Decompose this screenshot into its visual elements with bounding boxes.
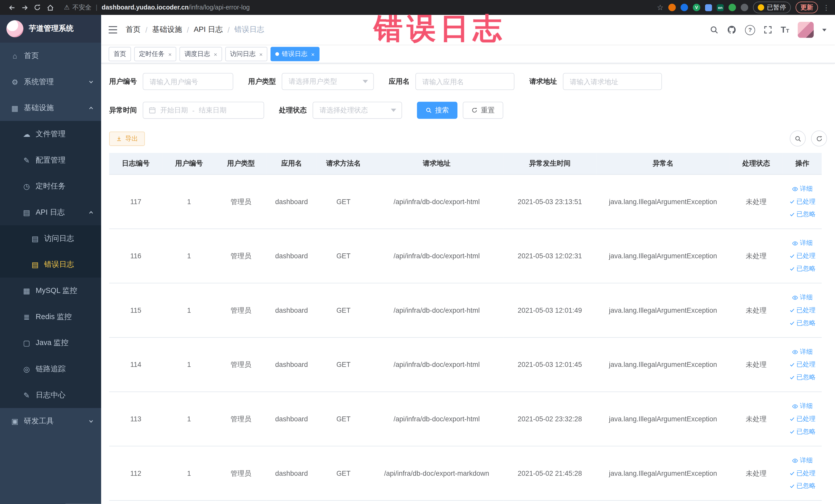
font-size-icon[interactable]: TT bbox=[781, 25, 789, 35]
breadcrumb-separator: / bbox=[187, 26, 189, 34]
sidebar-item-java-monitor[interactable]: ▢ Java 监控 bbox=[0, 330, 101, 356]
close-icon[interactable]: × bbox=[311, 51, 314, 57]
mark-ignored-link[interactable]: 已忽略 bbox=[789, 481, 816, 490]
sidebar-item-api-log[interactable]: ▤ API 日志 bbox=[0, 199, 101, 225]
sidebar-item-log-center[interactable]: ✎ 日志中心 bbox=[0, 382, 101, 408]
sidebar-item-link-tracing[interactable]: ◎ 链路追踪 bbox=[0, 356, 101, 382]
sidebar-item-redis-monitor[interactable]: ≣ Redis 监控 bbox=[0, 304, 101, 330]
search-button[interactable]: 搜索 bbox=[417, 102, 457, 119]
date-range-picker[interactable]: 开始日期 - 结束日期 bbox=[143, 102, 264, 119]
app-name-input[interactable] bbox=[415, 73, 514, 90]
chevron-up-icon bbox=[88, 209, 94, 215]
col-header: 操作 bbox=[783, 153, 822, 174]
app-logo[interactable]: 芋道管理系统 bbox=[0, 15, 101, 43]
sidebar-toggle-icon[interactable] bbox=[108, 26, 117, 34]
update-chip[interactable]: 更新 bbox=[795, 2, 818, 13]
request-url-input[interactable] bbox=[563, 73, 662, 90]
sidebar-item-dev-tools[interactable]: ▣ 研发工具 bbox=[0, 408, 101, 434]
browser-reload-icon[interactable] bbox=[31, 1, 44, 14]
infrastructure-submenu: ☁ 文件管理 ✎ 配置管理 ◷ 定时任务 ▤ API 日志 bbox=[0, 121, 101, 408]
user-id-input[interactable] bbox=[143, 73, 233, 90]
detail-link[interactable]: 详细 bbox=[792, 347, 813, 356]
mark-processed-link[interactable]: 已处理 bbox=[789, 251, 816, 260]
close-icon[interactable]: × bbox=[214, 51, 217, 57]
browser-menu-icon[interactable]: ⋮ bbox=[823, 3, 830, 11]
sidebar-item-mysql-monitor[interactable]: ▦ MySQL 监控 bbox=[0, 278, 101, 304]
extension-icon[interactable] bbox=[741, 4, 748, 11]
paused-chip[interactable]: 已暂停 bbox=[753, 2, 791, 13]
user-type-select[interactable]: 请选择用户类型 bbox=[282, 73, 374, 90]
top-navbar: 首页 / 基础设施 / API 日志 / 错误日志 ? bbox=[101, 15, 835, 45]
refresh-button[interactable] bbox=[811, 130, 827, 146]
table-toolbar: 导出 bbox=[109, 130, 827, 146]
sidebar-item-system-management[interactable]: ⚙ 系统管理 bbox=[0, 69, 101, 95]
user-avatar[interactable] bbox=[798, 22, 814, 38]
help-icon[interactable]: ? bbox=[745, 25, 755, 35]
detail-link[interactable]: 详细 bbox=[792, 402, 813, 410]
access-log-icon: ▤ bbox=[31, 234, 39, 243]
mark-ignored-link[interactable]: 已忽略 bbox=[789, 264, 816, 273]
mark-ignored-link[interactable]: 已忽略 bbox=[789, 427, 816, 436]
breadcrumb-item[interactable]: API 日志 bbox=[194, 25, 223, 35]
not-secure-badge[interactable]: ⚠ 不安全 bbox=[64, 3, 91, 12]
sidebar-item-file-management[interactable]: ☁ 文件管理 bbox=[0, 121, 101, 147]
sidebar-item-config-management[interactable]: ✎ 配置管理 bbox=[0, 147, 101, 173]
mark-processed-link[interactable]: 已处理 bbox=[789, 197, 816, 206]
breadcrumb-item[interactable]: 基础设施 bbox=[152, 25, 182, 35]
sidebar-item-home[interactable]: ⌂ 首页 bbox=[0, 43, 101, 69]
mark-processed-link[interactable]: 已处理 bbox=[789, 469, 816, 478]
mark-ignored-link[interactable]: 已忽略 bbox=[789, 210, 816, 219]
sidebar-item-access-log[interactable]: ▤ 访问日志 bbox=[0, 225, 101, 251]
extension-icon[interactable] bbox=[680, 4, 688, 11]
search-toggle-button[interactable] bbox=[790, 130, 806, 146]
sidebar: 芋道管理系统 ⌂ 首页 ⚙ 系统管理 ▦ 基础设施 bbox=[0, 15, 101, 504]
mark-processed-link[interactable]: 已处理 bbox=[789, 306, 816, 315]
detail-link[interactable]: 详细 bbox=[792, 184, 813, 193]
browser-chrome: ⚠ 不安全 | dashboard.yudao.iocoder.cn/infra… bbox=[0, 0, 835, 15]
extension-icon[interactable]: V bbox=[693, 4, 700, 11]
tab-schedule-log[interactable]: 调度日志 × bbox=[180, 47, 222, 61]
sidebar-item-scheduled-tasks[interactable]: ◷ 定时任务 bbox=[0, 173, 101, 199]
github-icon[interactable] bbox=[727, 25, 736, 35]
timer-icon: ◷ bbox=[22, 182, 31, 190]
extension-icon[interactable] bbox=[668, 4, 676, 11]
mark-ignored-link[interactable]: 已忽略 bbox=[789, 319, 816, 328]
trace-icon: ◎ bbox=[22, 365, 31, 373]
bookmark-star-icon[interactable]: ☆ bbox=[657, 3, 664, 12]
close-icon[interactable]: × bbox=[168, 51, 172, 57]
mark-processed-link[interactable]: 已处理 bbox=[789, 415, 816, 423]
active-dot-icon bbox=[276, 52, 279, 56]
extension-icon[interactable] bbox=[729, 4, 736, 11]
mark-processed-link[interactable]: 已处理 bbox=[789, 360, 816, 369]
sidebar-item-infrastructure[interactable]: ▦ 基础设施 bbox=[0, 95, 101, 121]
sidebar-item-error-log[interactable]: ▤ 错误日志 bbox=[0, 251, 101, 278]
mark-ignored-link[interactable]: 已忽略 bbox=[789, 373, 816, 382]
redis-icon: ≣ bbox=[22, 313, 31, 321]
search-icon[interactable] bbox=[710, 26, 718, 34]
browser-back-icon[interactable] bbox=[5, 1, 18, 14]
export-button[interactable]: 导出 bbox=[109, 131, 145, 146]
reset-button[interactable]: 重置 bbox=[463, 102, 503, 119]
process-status-select[interactable]: 请选择处理状态 bbox=[313, 102, 402, 119]
detail-link[interactable]: 详细 bbox=[792, 293, 813, 302]
sidebar-nav: ⌂ 首页 ⚙ 系统管理 ▦ 基础设施 bbox=[0, 43, 101, 434]
detail-link[interactable]: 详细 bbox=[792, 239, 813, 247]
tab-home[interactable]: 首页 bbox=[108, 47, 131, 61]
address-bar[interactable]: dashboard.yudao.iocoder.cn/infra/log/api… bbox=[102, 4, 250, 11]
extension-icon[interactable] bbox=[705, 4, 712, 11]
avatar-caret-icon[interactable] bbox=[822, 28, 827, 31]
close-icon[interactable]: × bbox=[259, 51, 263, 57]
tab-error-log[interactable]: 错误日志 × bbox=[271, 47, 320, 61]
breadcrumb-item[interactable]: 首页 bbox=[126, 25, 141, 35]
browser-forward-icon[interactable] bbox=[18, 1, 31, 14]
user-id-label: 用户编号 bbox=[109, 77, 137, 86]
tab-scheduled-tasks[interactable]: 定时任务 × bbox=[134, 47, 177, 61]
detail-link[interactable]: 详细 bbox=[792, 456, 813, 465]
extension-icon[interactable]: on bbox=[717, 4, 724, 11]
fullscreen-icon[interactable] bbox=[763, 26, 772, 34]
col-header: 处理状态 bbox=[730, 153, 782, 174]
api-log-submenu: ▤ 访问日志 ▤ 错误日志 bbox=[0, 225, 101, 278]
tab-access-log[interactable]: 访问日志 × bbox=[225, 47, 267, 61]
browser-home-icon[interactable] bbox=[44, 1, 57, 14]
col-header: 日志编号 bbox=[109, 153, 162, 174]
